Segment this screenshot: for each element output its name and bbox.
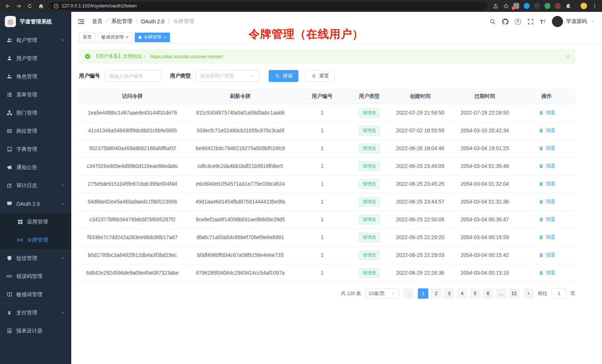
page-button-2[interactable]: 2 (431, 288, 441, 299)
browser-back-button[interactable] (4, 3, 10, 9)
close-icon[interactable]: × (126, 35, 129, 40)
page-button-6[interactable]: 6 (483, 288, 493, 299)
page-button-1[interactable]: 1 (418, 288, 428, 299)
force-logout-button[interactable]: 强退 (538, 252, 555, 258)
page-button-12[interactable]: 12 (509, 288, 519, 299)
browser-refresh-button[interactable] (27, 3, 33, 9)
font-size-button[interactable]: TT (540, 19, 546, 25)
sidebar-item-sms[interactable]: 短信管理 (0, 249, 71, 267)
cell-refresh-token: cdfc4ce9c2da4bb1bdf21b9918ff4be5 (186, 157, 295, 175)
browser-menu-button[interactable] (592, 3, 598, 9)
extension-icon-3[interactable] (534, 3, 540, 9)
sidebar-item-post[interactable]: 岗位管理 (0, 122, 71, 140)
page-ellipsis-button[interactable]: ... (496, 288, 506, 299)
help-button[interactable]: ? (515, 19, 521, 25)
bookmark-star-button[interactable] (503, 3, 509, 9)
trash-icon (538, 252, 544, 258)
user-id-input[interactable] (105, 70, 161, 82)
cell-refresh-token: 49d1aa46d1454fbd87591444423be9fa (186, 193, 295, 211)
sidebar-item-user[interactable]: 用户管理 (0, 49, 71, 67)
user-type-badge: 管理员 (359, 233, 380, 242)
reset-button[interactable]: 重置 (305, 70, 335, 82)
trash-icon (538, 128, 544, 133)
page-button-3[interactable]: 3 (444, 288, 454, 299)
sidebar-item-dict[interactable]: 字典管理 (0, 140, 71, 158)
sidebar-item-oauth2-application[interactable]: 应用管理 (0, 213, 71, 231)
page-button-4[interactable]: 4 (457, 288, 467, 299)
page-button-5[interactable]: 5 (470, 288, 480, 299)
force-logout-button[interactable]: 强退 (538, 145, 555, 152)
github-button[interactable] (502, 19, 508, 25)
prev-page-button[interactable] (403, 288, 414, 299)
breadcrumb-oauth2[interactable]: OAuth 2.0 (132, 19, 164, 24)
user-id-label: 用户编号 (79, 73, 100, 79)
extension-icon-2[interactable] (524, 3, 530, 9)
sidebar-item-sensitive-word[interactable]: 敏感词管理 (0, 285, 71, 304)
cell-created-time: 2022-07-02 18:55:55 (389, 122, 451, 139)
force-logout-button[interactable]: 强退 (538, 163, 555, 169)
breadcrumb-system[interactable]: 系统管理 (102, 18, 132, 25)
fullscreen-button[interactable] (527, 19, 534, 25)
tab-sensitive-word[interactable]: 敏感词管理× (98, 33, 132, 42)
extensions-puzzle-button[interactable] (565, 3, 571, 9)
close-icon: × (566, 53, 570, 59)
force-logout-button[interactable]: 强退 (538, 181, 555, 187)
sidebar-item-tenant[interactable]: 租户管理 (0, 31, 71, 49)
next-page-button[interactable] (523, 288, 534, 299)
cell-created-time: 2022-06-25 23:49:09 (389, 157, 451, 175)
alert-doc-link[interactable]: https://doc.iocoder.cn/user-center/ (150, 54, 223, 59)
close-icon[interactable]: × (164, 35, 167, 40)
page-size-select[interactable]: 10条/页 (365, 288, 399, 299)
tab-token[interactable]: 令牌管理× (135, 33, 170, 42)
sidebar-item-report-designer[interactable]: 报表设计器 (0, 322, 71, 340)
extension-icon-4[interactable] (544, 3, 550, 9)
extension-icon-1[interactable]: 0 (513, 3, 519, 9)
sidebar-item-label: 字典管理 (16, 146, 65, 153)
browser-home-button[interactable] (38, 3, 44, 9)
alert-close-button[interactable]: × (566, 53, 570, 60)
search-button-header[interactable] (490, 19, 496, 25)
collapse-sidebar-button[interactable] (78, 18, 85, 25)
cell-actions: 强退 (518, 211, 575, 228)
chevron-down-icon (249, 73, 255, 79)
sidebar-item-pay[interactable]: ¥支付管理 (0, 304, 71, 322)
force-logout-button[interactable]: 强退 (538, 127, 555, 134)
sidebar-item-oauth2[interactable]: OAuth 2.0 (0, 195, 71, 213)
address-bar[interactable]: 127.0.0.1:1024/system/oauth2/token (49, 2, 487, 10)
tab-home[interactable]: 首页 (79, 33, 95, 42)
force-logout-button[interactable]: 强退 (538, 109, 555, 116)
cell-created-time: 2022-06-25 23:44:57 (389, 193, 451, 211)
sidebar-item-notice[interactable]: 通知公告 (0, 158, 71, 176)
app-logo[interactable]: 芋道管理系统 (0, 12, 71, 31)
search-button[interactable]: 搜索 (269, 70, 298, 82)
browser-profile-avatar[interactable] (580, 3, 587, 9)
user-type-select[interactable]: 请选择用户类型 (196, 70, 260, 82)
cell-expire-time: 2054-03-04 00:13:15 (451, 264, 518, 282)
share-button[interactable] (493, 3, 498, 9)
force-logout-button[interactable]: 强退 (538, 198, 555, 205)
cell-access-token: 275e5de9151045fe87cbdc395e004f4d (79, 175, 186, 193)
sidebar-item-audit-log[interactable]: 审计日志 (0, 176, 71, 195)
force-logout-button[interactable]: 强退 (538, 234, 555, 241)
sidebar-item-error-code[interactable]: </>错误码管理 (0, 267, 71, 285)
browser-forward-button[interactable] (16, 3, 22, 9)
search-icon (275, 73, 281, 79)
token-icon (17, 237, 23, 243)
menu-icon (6, 92, 12, 98)
user-menu[interactable]: 芋道源码 (552, 16, 596, 27)
breadcrumb-home[interactable]: 首页 (92, 18, 102, 25)
force-logout-button[interactable]: 强退 (538, 216, 555, 223)
cell-access-token: f9336e7c7dd242a283ee98dc86b17a87 (79, 228, 186, 246)
force-logout-button[interactable]: 强退 (538, 269, 555, 276)
sidebar-item-dept[interactable]: 部门管理 (0, 104, 71, 122)
sidebar-item-menu[interactable]: 菜单管理 (0, 86, 71, 104)
sidebar-item-oauth2-token[interactable]: 令牌管理 (0, 231, 71, 249)
cell-user-id: 1 (295, 157, 350, 175)
trash-icon (538, 270, 544, 276)
trash-icon (538, 145, 544, 151)
cell-access-token: 1ea5e44f8bc1467aaede43144f31de76 (79, 104, 186, 122)
goto-page-input[interactable] (552, 288, 566, 299)
force-logout-label: 强退 (546, 109, 555, 116)
extension-icon-5[interactable] (555, 3, 561, 9)
sidebar-item-role[interactable]: 角色管理 (0, 67, 71, 86)
